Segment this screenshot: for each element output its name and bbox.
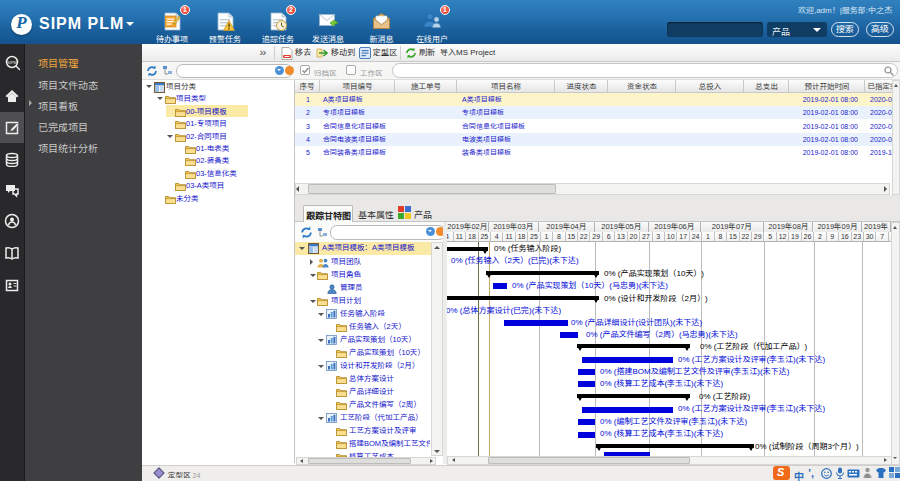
svg-text:SIPM: SIPM (7, 60, 17, 65)
